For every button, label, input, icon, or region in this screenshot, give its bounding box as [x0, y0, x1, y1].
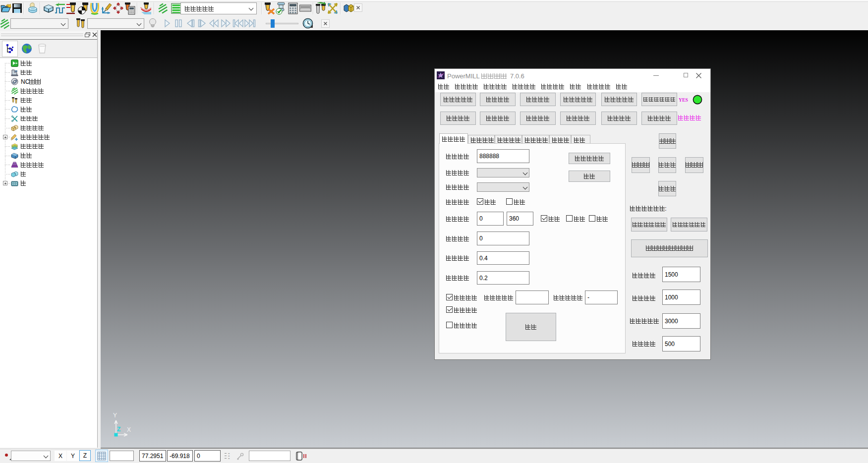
- svg-text:=: =: [228, 457, 230, 460]
- svg-text:Y: Y: [113, 412, 117, 419]
- svg-text:X: X: [127, 426, 131, 433]
- svg-text:Z: Z: [117, 426, 120, 433]
